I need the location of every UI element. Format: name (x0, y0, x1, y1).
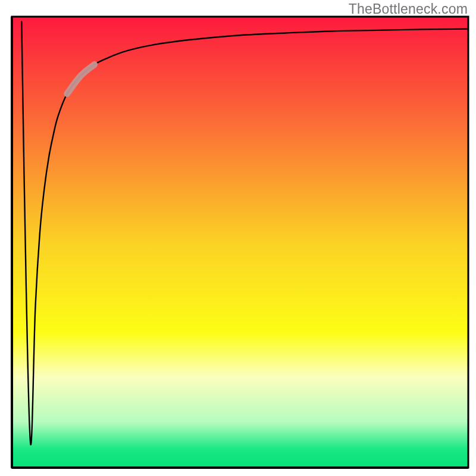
watermark-label: TheBottleneck.com (349, 1, 468, 17)
chart-stage: TheBottleneck.com (0, 0, 476, 476)
bottleneck-plot (0, 0, 476, 476)
plot-background (12, 17, 468, 467)
